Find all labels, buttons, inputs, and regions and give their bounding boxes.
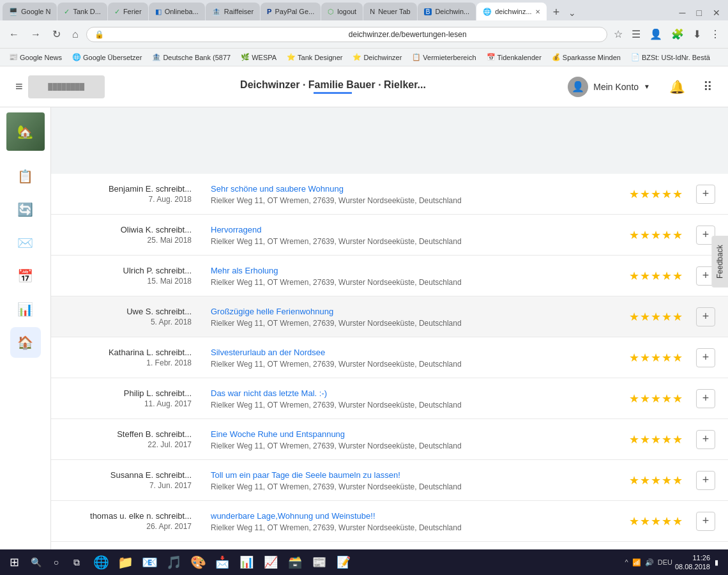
account-button[interactable]: 👤 Mein Konto ▼ (561, 73, 656, 101)
browser-tab-4[interactable]: ◧ Onlineba... (149, 3, 205, 20)
review-row[interactable]: Benjamin E. schreibt... 7. Aug. 2018 Seh… (51, 174, 728, 215)
review-content: Toll um ein paar Tage die Seele baumeln … (204, 469, 629, 491)
bookmark-deichwinzer[interactable]: ⭐ Deichwinzer (349, 52, 406, 63)
settings-button[interactable]: ⋮ (708, 26, 723, 43)
bookmark-bzst[interactable]: 📄 BZSt: USt-IdNr. Bestä (627, 52, 714, 63)
sidebar-item-history[interactable]: 🔄 (10, 194, 41, 225)
browser-tab-9[interactable]: B Deichwin... (418, 3, 476, 20)
review-expand-button[interactable]: + (696, 512, 715, 531)
downloads-button[interactable]: ⬇ (690, 26, 704, 43)
bookmark-google-translate-label: Google Übersetzer (83, 54, 142, 61)
browser-tab-10[interactable]: 🌐 deichwinz... ✕ (476, 3, 546, 20)
reviewer-name: Uwe S. schreibt... (64, 307, 192, 316)
review-expand-button[interactable]: + (696, 471, 715, 490)
start-button[interactable]: ⊞ (3, 551, 26, 574)
browser-tab-1[interactable]: 🖥️ Google N (3, 3, 57, 20)
bookmark-vermieterbereich[interactable]: 📋 Vermieterbereich (408, 52, 480, 63)
bookmark-google-news[interactable]: 📰 Google News (5, 52, 66, 63)
review-title[interactable]: Mehr als Erholung (211, 266, 278, 275)
taskbar-app-media[interactable]: 🎵 (162, 551, 185, 574)
network-icon: 📶 (632, 558, 641, 567)
home-button[interactable]: ⌂ (68, 26, 82, 43)
app-header: ≡ ████████ Deichwinzer · Familie Bauer ·… (0, 66, 728, 107)
reviewer-info: Philip L. schreibt... 11. Aug. 2017 (64, 388, 204, 408)
bookmark-google-translate[interactable]: 🌐 Google Übersetzer (68, 52, 146, 63)
task-view-button[interactable]: ⧉ (66, 552, 87, 572)
bookmark-wespa[interactable]: 🌿 WESPA (237, 52, 280, 63)
browser-tab-7[interactable]: ⬡ logout (321, 3, 363, 20)
reload-button[interactable]: ↻ (49, 26, 64, 43)
notification-button[interactable]: 🔔 (664, 74, 690, 100)
review-title[interactable]: Hervorragend (211, 225, 262, 234)
forward-button[interactable]: → (27, 26, 45, 43)
taskbar-app-word[interactable]: 📝 (332, 551, 355, 574)
minimize-button[interactable]: ─ (674, 5, 691, 20)
taskbar-app-publisher[interactable]: 📰 (308, 551, 331, 574)
sidebar-item-home[interactable]: 🏠 (10, 327, 41, 358)
review-title[interactable]: wunderbare Lage,Wohnung und Weinstube!! (211, 511, 375, 521)
review-row[interactable]: Steffen B. schreibt... 22. Jul. 2017 Ein… (51, 419, 728, 460)
feedback-tab[interactable]: Feedback (712, 236, 728, 288)
extensions-button[interactable]: 🧩 (669, 26, 686, 43)
review-row[interactable]: Uwe S. schreibt... 5. Apr. 2018 Großzügi… (51, 296, 728, 337)
reader-view-button[interactable]: ☰ (629, 26, 643, 43)
new-tab-button[interactable]: + (550, 4, 563, 20)
restore-button[interactable]: □ (692, 5, 707, 20)
browser-tab-5[interactable]: 🏦 Raiffeiser (206, 3, 260, 20)
taskbar-app-powerpoint[interactable]: 📈 (259, 551, 282, 574)
browser-tab-8[interactable]: N Neuer Tab (363, 3, 417, 20)
review-title[interactable]: Sehr schöne und saubere Wohnung (211, 184, 344, 194)
bookmark-deutsche-bank[interactable]: 🏦 Deutsche Bank (5877 (148, 52, 234, 63)
profile-button[interactable]: 👤 (647, 26, 665, 43)
review-expand-button[interactable]: + (696, 348, 715, 367)
review-row[interactable]: Philip L. schreibt... 11. Aug. 2017 Das … (51, 378, 728, 419)
browser-tab-3[interactable]: ✓ Ferier (108, 3, 148, 20)
main-content: Benjamin E. schreibt... 7. Aug. 2018 Seh… (51, 174, 728, 575)
review-title[interactable]: Toll um ein paar Tage die Seele baumeln … (211, 470, 400, 480)
review-title[interactable]: Eine Woche Ruhe und Entspannung (211, 429, 345, 439)
bookmark-tank-designer[interactable]: ⭐ Tank Designer (283, 52, 346, 63)
taskbar-app-explorer[interactable]: 📁 (114, 551, 137, 574)
apps-button[interactable]: ⠿ (698, 74, 718, 100)
review-title[interactable]: Das war nicht das letzte Mal. :-) (211, 388, 327, 398)
taskbar-app-outlook[interactable]: 📩 (211, 551, 234, 574)
sidebar-item-messages[interactable]: ✉️ (10, 227, 41, 258)
reviewer-name: Ulrich P. schreibt... (64, 266, 192, 275)
tray-chevron[interactable]: ^ (625, 558, 628, 566)
taskbar-clock[interactable]: 11:26 08.08.2018 (675, 553, 710, 572)
review-row[interactable]: Oliwia K. schreibt... 25. Mai 2018 Hervo… (51, 215, 728, 256)
taskbar-app-paint[interactable]: 🎨 (186, 551, 209, 574)
review-row[interactable]: Katharina L. schreibt... 1. Febr. 2018 S… (51, 337, 728, 378)
tab-menu-button[interactable]: ⌄ (565, 6, 579, 19)
review-expand-button[interactable]: + (696, 389, 715, 408)
sidebar-item-list[interactable]: 📋 (10, 161, 41, 192)
taskbar-search-button[interactable]: 🔍 (26, 552, 46, 572)
taskbar-app-edge[interactable]: 🌐 (89, 551, 112, 574)
bookmark-star-button[interactable]: ☆ (611, 26, 625, 43)
back-button[interactable]: ← (5, 26, 23, 43)
show-desktop-button[interactable]: ▮ (713, 558, 720, 567)
hamburger-button[interactable]: ≡ (10, 74, 28, 99)
cortana-button[interactable]: ○ (46, 552, 66, 572)
review-expand-button[interactable]: + (696, 185, 715, 204)
browser-tab-2[interactable]: ✓ Tank D... (57, 3, 107, 20)
review-title[interactable]: Silvesterurlaub an der Nordsee (211, 348, 325, 357)
sidebar-item-calendar[interactable]: 📅 (10, 261, 41, 291)
review-row[interactable]: Ulrich P. schreibt... 15. Mai 2018 Mehr … (51, 256, 728, 296)
taskbar-app-excel[interactable]: 📊 (235, 551, 258, 574)
address-bar[interactable]: 🔒 deichwinzer.de/bewertungen-lesen (86, 27, 607, 42)
bookmark-tidenkalender[interactable]: 📅 Tidenkalender (483, 52, 545, 63)
tab-close-10[interactable]: ✕ (535, 8, 540, 15)
taskbar-app-mail[interactable]: 📧 (138, 551, 161, 574)
review-expand-button[interactable]: + (696, 430, 715, 449)
volume-icon[interactable]: 🔊 (645, 558, 654, 567)
review-title[interactable]: Großzügige helle Ferienwohnung (211, 307, 333, 316)
bookmark-sparkasse[interactable]: 💰 Sparkasse Minden (548, 52, 625, 63)
close-button[interactable]: ✕ (708, 5, 725, 20)
taskbar-app-access[interactable]: 🗃️ (284, 551, 307, 574)
browser-tab-6[interactable]: P PayPal Ge... (261, 3, 321, 20)
review-row[interactable]: thomas u. elke n. schreibt... 26. Apr. 2… (51, 501, 728, 542)
review-expand-button[interactable]: + (696, 307, 715, 326)
sidebar-item-stats[interactable]: 📊 (10, 294, 41, 325)
review-row[interactable]: Susanna E. schreibt... 7. Jun. 2017 Toll… (51, 460, 728, 501)
